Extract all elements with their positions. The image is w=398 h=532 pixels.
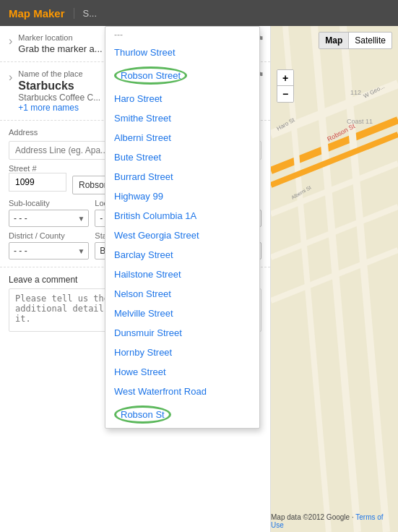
name-chevron[interactable]: › xyxy=(9,71,12,84)
sub-locality-select[interactable]: - - - xyxy=(9,210,89,227)
satellite-button[interactable]: Satellite xyxy=(349,33,391,48)
dropdown-item-bute[interactable]: Bute Street xyxy=(105,147,259,167)
street-num-label: Street # xyxy=(9,164,66,173)
sub-locality-group: Sub-locality - - - ▼ xyxy=(9,199,89,227)
svg-text:112: 112 xyxy=(350,89,361,96)
map-button[interactable]: Map xyxy=(319,33,348,48)
dropdown-item-smithe[interactable]: Smithe Street xyxy=(105,108,259,128)
zoom-in-button[interactable]: + xyxy=(277,70,293,86)
zoom-out-button[interactable]: − xyxy=(277,86,293,102)
district-group: District / County - - - ▼ xyxy=(9,231,89,259)
street-dropdown: --- Thurlow Street Robson Street Haro St… xyxy=(105,26,260,429)
dropdown-item-wwaterfront[interactable]: West Waterfront Road xyxy=(105,382,259,401)
header-tab[interactable]: S... xyxy=(74,8,98,19)
dropdown-item-dunsmuir[interactable]: Dunsmuir Street xyxy=(105,323,259,343)
dropdown-dots: --- xyxy=(105,27,259,43)
dropdown-item-robson-selected[interactable]: Robson St xyxy=(105,401,180,428)
map-copyright: Map data ©2012 Google · Terms of Use xyxy=(271,513,395,529)
district-label: District / County xyxy=(9,231,89,240)
dropdown-item-burrard[interactable]: Burrard Street xyxy=(105,167,259,186)
app-header: Map Maker S... xyxy=(0,0,398,26)
district-select[interactable]: - - - xyxy=(9,242,89,259)
dropdown-item-hornby[interactable]: Hornby Street xyxy=(105,343,259,362)
dropdown-item-howe[interactable]: Howe Street xyxy=(105,362,259,382)
map-panel: Haro St W Geo... Robson St Alberni St Co… xyxy=(271,26,398,532)
dropdown-item-nelson[interactable]: Nelson Street xyxy=(105,284,259,304)
dropdown-item-barclay[interactable]: Barclay Street xyxy=(105,245,259,265)
dropdown-item-alberni[interactable]: Alberni Street xyxy=(105,128,259,147)
app-title: Map Maker xyxy=(9,7,65,20)
sub-locality-label: Sub-locality xyxy=(9,199,89,207)
street-number-input[interactable] xyxy=(9,173,66,192)
dropdown-item-melville[interactable]: Melville Street xyxy=(105,304,259,323)
sub-locality-select-wrapper: - - - ▼ xyxy=(9,210,89,227)
dropdown-item-bc1a[interactable]: British Columbia 1A xyxy=(105,206,259,226)
dropdown-item-haro[interactable]: Haro Street xyxy=(105,89,259,108)
dropdown-item-hailstone[interactable]: Hailstone Street xyxy=(105,265,259,284)
dropdown-item-wgeorgia[interactable]: West Georgia Street xyxy=(105,226,259,245)
street-num-group: Street # xyxy=(9,164,66,192)
map-zoom-controls: + − xyxy=(277,69,294,103)
dropdown-item-highway99[interactable]: Highway 99 xyxy=(105,186,259,206)
dropdown-item-robson-highlighted[interactable]: Robson Street xyxy=(105,62,196,89)
svg-text:Coast 11: Coast 11 xyxy=(347,118,373,125)
district-select-wrapper: - - - ▼ xyxy=(9,242,89,259)
marker-chevron[interactable]: › xyxy=(9,35,12,48)
dropdown-item-thurlow[interactable]: Thurlow Street xyxy=(105,43,259,62)
map-type-buttons: Map Satellite xyxy=(319,32,392,49)
